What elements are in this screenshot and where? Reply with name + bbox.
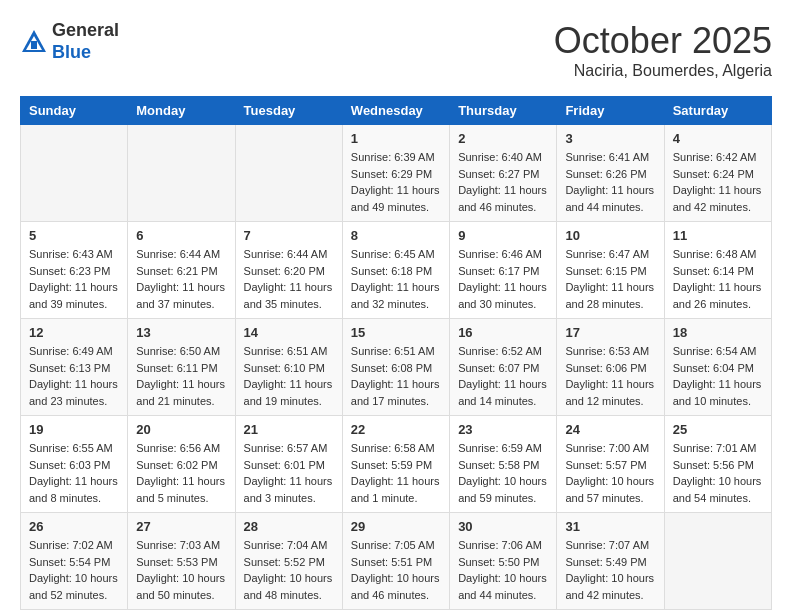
day-info: Sunrise: 6:56 AM Sunset: 6:02 PM Dayligh… xyxy=(136,440,226,506)
day-number: 15 xyxy=(351,325,441,340)
day-number: 1 xyxy=(351,131,441,146)
day-info: Sunrise: 6:53 AM Sunset: 6:06 PM Dayligh… xyxy=(565,343,655,409)
day-info: Sunrise: 7:00 AM Sunset: 5:57 PM Dayligh… xyxy=(565,440,655,506)
logo: General Blue xyxy=(20,20,119,63)
calendar-cell xyxy=(664,513,771,610)
calendar-cell: 6Sunrise: 6:44 AM Sunset: 6:21 PM Daylig… xyxy=(128,222,235,319)
calendar-cell xyxy=(128,125,235,222)
day-number: 18 xyxy=(673,325,763,340)
day-number: 27 xyxy=(136,519,226,534)
day-number: 20 xyxy=(136,422,226,437)
month-title: October 2025 xyxy=(554,20,772,62)
calendar-cell: 23Sunrise: 6:59 AM Sunset: 5:58 PM Dayli… xyxy=(450,416,557,513)
page-header: General Blue October 2025 Naciria, Boume… xyxy=(20,20,772,80)
calendar-cell: 22Sunrise: 6:58 AM Sunset: 5:59 PM Dayli… xyxy=(342,416,449,513)
day-number: 26 xyxy=(29,519,119,534)
svg-rect-2 xyxy=(31,41,37,49)
day-number: 23 xyxy=(458,422,548,437)
day-info: Sunrise: 6:41 AM Sunset: 6:26 PM Dayligh… xyxy=(565,149,655,215)
logo-general: General xyxy=(52,20,119,40)
calendar-week-2: 5Sunrise: 6:43 AM Sunset: 6:23 PM Daylig… xyxy=(21,222,772,319)
day-number: 30 xyxy=(458,519,548,534)
calendar-table: SundayMondayTuesdayWednesdayThursdayFrid… xyxy=(20,96,772,610)
calendar-cell: 7Sunrise: 6:44 AM Sunset: 6:20 PM Daylig… xyxy=(235,222,342,319)
day-info: Sunrise: 6:43 AM Sunset: 6:23 PM Dayligh… xyxy=(29,246,119,312)
logo-blue: Blue xyxy=(52,42,91,62)
day-info: Sunrise: 6:55 AM Sunset: 6:03 PM Dayligh… xyxy=(29,440,119,506)
day-info: Sunrise: 6:49 AM Sunset: 6:13 PM Dayligh… xyxy=(29,343,119,409)
day-header-tuesday: Tuesday xyxy=(235,97,342,125)
logo-icon xyxy=(20,28,48,56)
calendar-cell: 4Sunrise: 6:42 AM Sunset: 6:24 PM Daylig… xyxy=(664,125,771,222)
day-info: Sunrise: 7:06 AM Sunset: 5:50 PM Dayligh… xyxy=(458,537,548,603)
day-info: Sunrise: 7:03 AM Sunset: 5:53 PM Dayligh… xyxy=(136,537,226,603)
day-number: 10 xyxy=(565,228,655,243)
calendar-cell: 9Sunrise: 6:46 AM Sunset: 6:17 PM Daylig… xyxy=(450,222,557,319)
day-info: Sunrise: 7:02 AM Sunset: 5:54 PM Dayligh… xyxy=(29,537,119,603)
calendar-cell: 19Sunrise: 6:55 AM Sunset: 6:03 PM Dayli… xyxy=(21,416,128,513)
day-info: Sunrise: 6:44 AM Sunset: 6:20 PM Dayligh… xyxy=(244,246,334,312)
day-number: 14 xyxy=(244,325,334,340)
day-info: Sunrise: 7:01 AM Sunset: 5:56 PM Dayligh… xyxy=(673,440,763,506)
day-number: 7 xyxy=(244,228,334,243)
calendar-cell: 17Sunrise: 6:53 AM Sunset: 6:06 PM Dayli… xyxy=(557,319,664,416)
day-header-friday: Friday xyxy=(557,97,664,125)
day-number: 12 xyxy=(29,325,119,340)
day-number: 31 xyxy=(565,519,655,534)
day-info: Sunrise: 6:39 AM Sunset: 6:29 PM Dayligh… xyxy=(351,149,441,215)
day-info: Sunrise: 6:40 AM Sunset: 6:27 PM Dayligh… xyxy=(458,149,548,215)
calendar-cell: 31Sunrise: 7:07 AM Sunset: 5:49 PM Dayli… xyxy=(557,513,664,610)
day-info: Sunrise: 6:51 AM Sunset: 6:10 PM Dayligh… xyxy=(244,343,334,409)
calendar-cell: 13Sunrise: 6:50 AM Sunset: 6:11 PM Dayli… xyxy=(128,319,235,416)
day-info: Sunrise: 7:07 AM Sunset: 5:49 PM Dayligh… xyxy=(565,537,655,603)
day-number: 6 xyxy=(136,228,226,243)
day-number: 28 xyxy=(244,519,334,534)
day-number: 21 xyxy=(244,422,334,437)
day-number: 4 xyxy=(673,131,763,146)
day-number: 5 xyxy=(29,228,119,243)
day-info: Sunrise: 6:54 AM Sunset: 6:04 PM Dayligh… xyxy=(673,343,763,409)
day-number: 19 xyxy=(29,422,119,437)
day-info: Sunrise: 6:44 AM Sunset: 6:21 PM Dayligh… xyxy=(136,246,226,312)
calendar-cell: 8Sunrise: 6:45 AM Sunset: 6:18 PM Daylig… xyxy=(342,222,449,319)
calendar-cell: 11Sunrise: 6:48 AM Sunset: 6:14 PM Dayli… xyxy=(664,222,771,319)
day-info: Sunrise: 6:51 AM Sunset: 6:08 PM Dayligh… xyxy=(351,343,441,409)
day-info: Sunrise: 6:48 AM Sunset: 6:14 PM Dayligh… xyxy=(673,246,763,312)
day-info: Sunrise: 6:52 AM Sunset: 6:07 PM Dayligh… xyxy=(458,343,548,409)
day-number: 11 xyxy=(673,228,763,243)
day-header-thursday: Thursday xyxy=(450,97,557,125)
day-header-wednesday: Wednesday xyxy=(342,97,449,125)
calendar-cell: 25Sunrise: 7:01 AM Sunset: 5:56 PM Dayli… xyxy=(664,416,771,513)
day-number: 3 xyxy=(565,131,655,146)
calendar-cell: 28Sunrise: 7:04 AM Sunset: 5:52 PM Dayli… xyxy=(235,513,342,610)
day-info: Sunrise: 6:59 AM Sunset: 5:58 PM Dayligh… xyxy=(458,440,548,506)
calendar-cell: 20Sunrise: 6:56 AM Sunset: 6:02 PM Dayli… xyxy=(128,416,235,513)
calendar-cell: 29Sunrise: 7:05 AM Sunset: 5:51 PM Dayli… xyxy=(342,513,449,610)
day-info: Sunrise: 6:47 AM Sunset: 6:15 PM Dayligh… xyxy=(565,246,655,312)
day-number: 16 xyxy=(458,325,548,340)
calendar-week-5: 26Sunrise: 7:02 AM Sunset: 5:54 PM Dayli… xyxy=(21,513,772,610)
day-number: 13 xyxy=(136,325,226,340)
day-info: Sunrise: 6:42 AM Sunset: 6:24 PM Dayligh… xyxy=(673,149,763,215)
calendar-cell: 12Sunrise: 6:49 AM Sunset: 6:13 PM Dayli… xyxy=(21,319,128,416)
calendar-cell: 15Sunrise: 6:51 AM Sunset: 6:08 PM Dayli… xyxy=(342,319,449,416)
calendar-cell: 3Sunrise: 6:41 AM Sunset: 6:26 PM Daylig… xyxy=(557,125,664,222)
day-number: 9 xyxy=(458,228,548,243)
title-block: October 2025 Naciria, Boumerdes, Algeria xyxy=(554,20,772,80)
calendar-header-row: SundayMondayTuesdayWednesdayThursdayFrid… xyxy=(21,97,772,125)
calendar-cell xyxy=(21,125,128,222)
calendar-cell: 2Sunrise: 6:40 AM Sunset: 6:27 PM Daylig… xyxy=(450,125,557,222)
calendar-cell: 24Sunrise: 7:00 AM Sunset: 5:57 PM Dayli… xyxy=(557,416,664,513)
day-number: 22 xyxy=(351,422,441,437)
day-info: Sunrise: 6:46 AM Sunset: 6:17 PM Dayligh… xyxy=(458,246,548,312)
day-info: Sunrise: 6:58 AM Sunset: 5:59 PM Dayligh… xyxy=(351,440,441,506)
day-info: Sunrise: 6:50 AM Sunset: 6:11 PM Dayligh… xyxy=(136,343,226,409)
calendar-cell: 16Sunrise: 6:52 AM Sunset: 6:07 PM Dayli… xyxy=(450,319,557,416)
day-info: Sunrise: 7:04 AM Sunset: 5:52 PM Dayligh… xyxy=(244,537,334,603)
day-header-sunday: Sunday xyxy=(21,97,128,125)
calendar-cell: 10Sunrise: 6:47 AM Sunset: 6:15 PM Dayli… xyxy=(557,222,664,319)
calendar-cell: 27Sunrise: 7:03 AM Sunset: 5:53 PM Dayli… xyxy=(128,513,235,610)
day-number: 29 xyxy=(351,519,441,534)
day-info: Sunrise: 7:05 AM Sunset: 5:51 PM Dayligh… xyxy=(351,537,441,603)
day-number: 17 xyxy=(565,325,655,340)
